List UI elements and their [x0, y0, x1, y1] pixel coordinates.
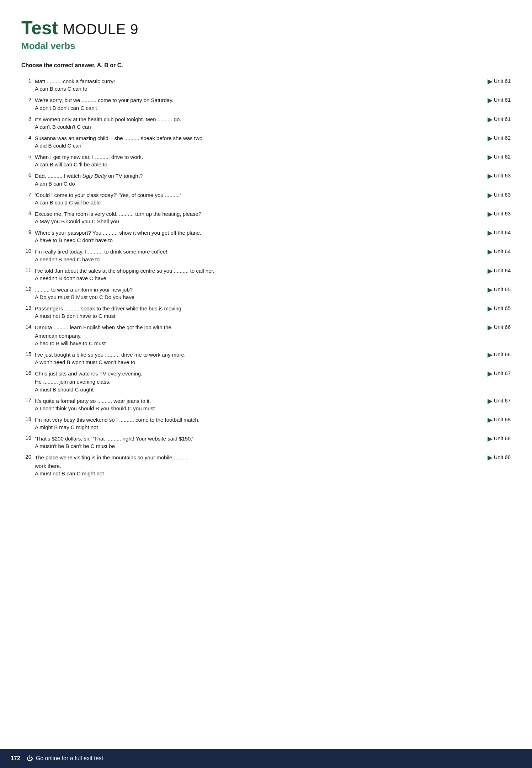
question-unit-ref: ▶Unit 66 — [452, 351, 511, 359]
question-content: I've told Jan about the sales at the sho… — [35, 267, 452, 283]
unit-label: Unit 68 — [494, 454, 511, 460]
question-unit-ref: ▶Unit 61 — [452, 96, 511, 104]
arrow-icon: ▶ — [488, 172, 492, 180]
unit-label: Unit 68 — [494, 416, 511, 422]
question-number: 5 — [21, 153, 31, 170]
question-options: A can B cans C can to — [35, 86, 452, 92]
question-left: 12.......... to wear a uniform in your n… — [21, 286, 452, 302]
question-options: A don't B don't can C can't — [35, 105, 452, 111]
question-left: 6Dad, .......... I watch Ugly Betty on T… — [21, 172, 452, 188]
unit-label: Unit 61 — [494, 116, 511, 122]
question-unit-ref: ▶Unit 63 — [452, 172, 511, 180]
footer-text: Go online for a full exit test — [36, 755, 103, 762]
question-content: It's women only at the health club pool … — [35, 115, 452, 132]
question-number: 8 — [21, 210, 31, 226]
question-options: A did B could C can — [35, 143, 452, 149]
question-content: Susanna was an amazing child – she .....… — [35, 134, 452, 151]
question-left: 18I'm not very busy this weekend so I ..… — [21, 416, 452, 432]
question-main-text: It's women only at the health club pool … — [35, 115, 452, 123]
question-number: 3 — [21, 115, 31, 132]
question-block: 6Dad, .......... I watch Ugly Betty on T… — [21, 171, 511, 189]
question-number: 19 — [21, 434, 31, 451]
question-main-text: Chris just sits and watches TV every eve… — [35, 369, 452, 386]
question-block: 19'That's $200 dollars, sir.' 'That ....… — [21, 434, 511, 452]
question-content: When I get my new car, I .......... driv… — [35, 153, 452, 170]
question-content: Where's your passport? You .......... sh… — [35, 229, 452, 245]
question-unit-ref: ▶Unit 66 — [452, 323, 511, 331]
unit-label: Unit 61 — [494, 78, 511, 84]
question-block: 9Where's your passport? You .......... s… — [21, 228, 511, 246]
question-main-text: When I get my new car, I .......... driv… — [35, 153, 452, 161]
unit-label: Unit 66 — [494, 351, 511, 357]
unit-label: Unit 64 — [494, 267, 511, 273]
question-block: 15I've just bought a bike so you .......… — [21, 350, 511, 368]
question-unit-ref: ▶Unit 68 — [452, 453, 511, 462]
arrow-icon: ▶ — [488, 324, 492, 331]
arrow-icon: ▶ — [488, 305, 492, 313]
question-block: 14Danuta .......... learn English when s… — [21, 322, 511, 349]
question-main-text: We're sorry, but we .......... come to y… — [35, 96, 452, 104]
question-left: 10I'm really tired today. I .......... t… — [21, 247, 452, 264]
question-block: 12.......... to wear a uniform in your n… — [21, 285, 511, 303]
question-options: A have to B need C don't have to — [35, 237, 452, 243]
question-options: A had to B will have to C must — [35, 340, 452, 346]
unit-label: Unit 67 — [494, 370, 511, 376]
question-main-text: Excuse me. This room is very cold. .....… — [35, 210, 452, 218]
arrow-icon: ▶ — [488, 210, 492, 218]
question-main-text: I've just bought a bike so you .........… — [35, 351, 452, 359]
question-options: A must not B don't have to C must — [35, 313, 452, 319]
instruction: Choose the correct answer, A, B or C. — [21, 62, 511, 69]
question-content: 'That's $200 dollars, sir.' 'That ......… — [35, 434, 452, 451]
question-options: A won't need B won't must C won't have t… — [35, 359, 452, 365]
question-number: 6 — [21, 172, 31, 188]
arrow-icon: ▶ — [488, 416, 492, 424]
question-main-text: I'm not very busy this weekend so I ....… — [35, 416, 452, 424]
question-main-text: 'Could I come to your class today?' 'Yes… — [35, 191, 452, 199]
question-content: Dad, .......... I watch Ugly Betty on TV… — [35, 172, 452, 188]
question-content: 'Could I come to your class today?' 'Yes… — [35, 191, 452, 208]
question-unit-ref: ▶Unit 64 — [452, 267, 511, 275]
question-number: 1 — [21, 77, 31, 94]
unit-label: Unit 63 — [494, 210, 511, 217]
question-block: 13Passengers .......... speak to the dri… — [21, 304, 511, 322]
question-unit-ref: ▶Unit 61 — [452, 77, 511, 85]
question-content: The place we're visiting is in the mount… — [35, 453, 452, 479]
question-number: 4 — [21, 134, 31, 151]
question-left: 2We're sorry, but we .......... come to … — [21, 96, 452, 113]
question-left: 9Where's your passport? You .......... s… — [21, 229, 452, 245]
question-block: 4Susanna was an amazing child – she ....… — [21, 133, 511, 151]
question-number: 13 — [21, 304, 31, 321]
question-unit-ref: ▶Unit 68 — [452, 434, 511, 443]
question-main-text: Matt .......... cook a fantastic curry! — [35, 77, 452, 85]
footer-page-number: 172 — [11, 755, 20, 762]
question-unit-ref: ▶Unit 68 — [452, 416, 511, 424]
unit-label: Unit 67 — [494, 398, 511, 404]
question-main-text: I'm really tired today. I .......... to … — [35, 247, 452, 256]
question-content: We're sorry, but we .......... come to y… — [35, 96, 452, 113]
question-left: 14Danuta .......... learn English when s… — [21, 323, 452, 348]
question-content: Passengers .......... speak to the drive… — [35, 304, 452, 321]
arrow-icon: ▶ — [488, 286, 492, 294]
question-number: 9 — [21, 229, 31, 245]
question-number: 2 — [21, 96, 31, 113]
question-content: It's quite a formal party so .......... … — [35, 397, 452, 414]
question-main-text: Dad, .......... I watch Ugly Betty on TV… — [35, 172, 452, 180]
question-options: A am B can C do — [35, 181, 452, 187]
question-number: 14 — [21, 323, 31, 348]
question-main-text: The place we're visiting is in the mount… — [35, 453, 452, 470]
question-options: A mustn't be B can't be C must be — [35, 443, 452, 449]
question-options: A needn't B don't have C have — [35, 275, 452, 281]
power-icon: ⏻ — [27, 755, 33, 762]
question-number: 12 — [21, 286, 31, 302]
question-main-text: Susanna was an amazing child – she .....… — [35, 134, 452, 142]
question-options: A can't B couldn't C can — [35, 124, 452, 130]
question-number: 17 — [21, 397, 31, 414]
question-main-text: Where's your passport? You .......... sh… — [35, 229, 452, 237]
question-unit-ref: ▶Unit 62 — [452, 134, 511, 142]
question-content: Chris just sits and watches TV every eve… — [35, 369, 452, 395]
arrow-icon: ▶ — [488, 154, 492, 161]
question-options: A May you B Could you C Shall you — [35, 218, 452, 224]
question-left: 15I've just bought a bike so you .......… — [21, 351, 452, 367]
question-options: A I don't think you should B you should … — [35, 405, 452, 411]
question-block: 11I've told Jan about the sales at the s… — [21, 266, 511, 284]
